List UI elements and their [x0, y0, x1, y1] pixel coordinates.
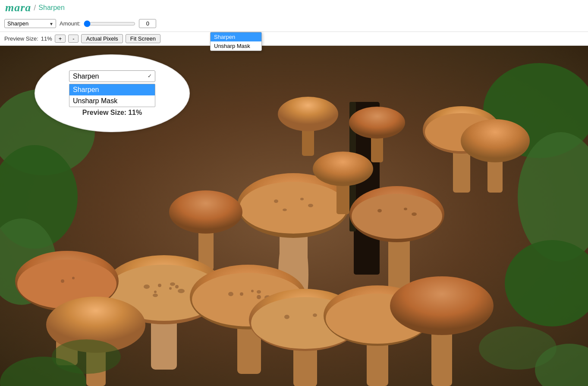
breadcrumb-separator: /: [34, 3, 36, 13]
svg-point-35: [178, 289, 185, 293]
svg-point-55: [284, 315, 289, 319]
svg-point-34: [170, 282, 175, 286]
svg-point-40: [228, 292, 233, 296]
svg-point-13: [274, 199, 278, 203]
svg-point-69: [251, 290, 254, 292]
svg-point-56: [313, 313, 317, 317]
svg-point-71: [61, 279, 64, 283]
callout-filter-wrapper[interactable]: Sharpen Unsharp Mask ✓: [69, 70, 155, 82]
svg-point-67: [175, 285, 179, 288]
logo-area: mara / Sharpen: [5, 1, 65, 14]
filter-select[interactable]: Sharpen Unsharp Mask: [4, 19, 56, 28]
callout-dropdown-item-sharpen[interactable]: Sharpen: [69, 84, 155, 95]
fit-screen-button[interactable]: Fit Screen: [126, 34, 160, 43]
svg-point-22: [412, 212, 417, 216]
toolbar-row1: Sharpen Unsharp Mask ▼ Sharpen Unsharp M…: [0, 16, 588, 32]
svg-point-51: [278, 97, 338, 131]
svg-point-49: [349, 107, 405, 139]
svg-point-14: [300, 198, 304, 200]
filter-select-wrapper[interactable]: Sharpen Unsharp Mask ▼: [4, 19, 56, 28]
toolbar-row2: Preview Size: 11% + - Actual Pixels Fit …: [0, 32, 588, 46]
svg-point-29: [169, 190, 242, 234]
svg-point-70: [257, 295, 261, 299]
svg-point-68: [240, 292, 243, 296]
callout-dropdown: Sharpen Unsharp Mask: [69, 84, 155, 107]
svg-point-15: [308, 204, 313, 207]
svg-point-33: [144, 285, 150, 289]
svg-point-72: [72, 277, 75, 279]
callout-preview-row: Preview Size: 11%: [82, 109, 142, 117]
zoom-in-button[interactable]: +: [55, 35, 66, 43]
svg-point-36: [153, 294, 158, 297]
preview-size-label: Preview Size:: [4, 35, 38, 42]
header: mara / Sharpen: [0, 0, 588, 16]
actual-pixels-button[interactable]: Actual Pixels: [81, 34, 123, 43]
dropdown-item-unsharp-mask[interactable]: Unsharp Mask: [211, 41, 261, 51]
filter-dropdown-popup: Sharpen Unsharp Mask: [210, 32, 262, 51]
svg-point-65: [169, 287, 172, 290]
breadcrumb-page: Sharpen: [38, 4, 65, 12]
svg-point-61: [390, 276, 494, 335]
svg-point-41: [257, 290, 261, 294]
svg-point-19: [352, 194, 442, 239]
zoom-out-button[interactable]: -: [68, 35, 79, 43]
svg-point-16: [283, 209, 287, 211]
amount-slider[interactable]: [84, 20, 135, 27]
callout-dropdown-item-unsharp-mask[interactable]: Unsharp Mask: [69, 95, 155, 107]
svg-point-27: [461, 119, 530, 162]
svg-point-21: [404, 208, 407, 210]
svg-point-47: [313, 152, 373, 186]
svg-point-66: [154, 291, 157, 293]
dropdown-item-sharpen[interactable]: Sharpen: [211, 32, 261, 41]
svg-point-20: [377, 209, 382, 212]
svg-point-12: [239, 182, 347, 234]
callout-filter-select[interactable]: Sharpen Unsharp Mask: [69, 70, 155, 82]
preview-size-value: 11%: [41, 35, 52, 42]
main-content: Sharpen Unsharp Mask ✓ Sharpen Unsharp M…: [0, 46, 588, 386]
amount-label: Amount:: [60, 20, 80, 27]
magnify-callout: Sharpen Unsharp Mask ✓ Sharpen Unsharp M…: [35, 54, 190, 132]
amount-input[interactable]: [139, 19, 156, 28]
svg-point-64: [158, 284, 161, 287]
callout-preview-size: 11%: [128, 109, 142, 117]
callout-preview-label: Preview Size:: [82, 109, 126, 117]
logo: mara: [5, 1, 31, 14]
